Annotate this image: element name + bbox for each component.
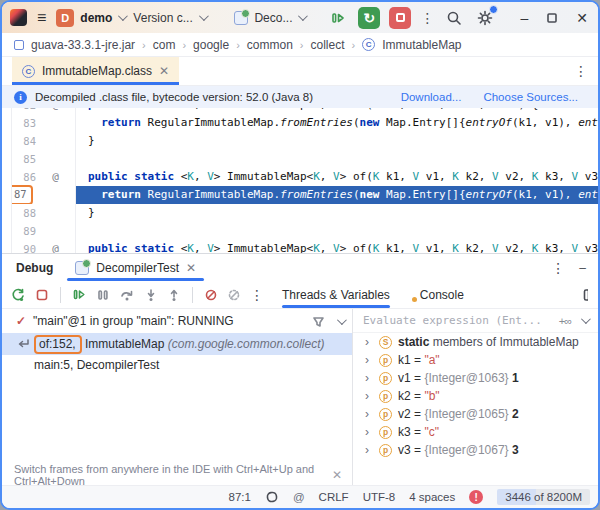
close-icon[interactable]: ✕ <box>159 64 169 78</box>
view-breakpoints-icon[interactable] <box>227 288 241 302</box>
step-into-icon[interactable] <box>144 288 158 302</box>
thread-row[interactable]: ✓ "main"@1 in group "main": RUNNING <box>2 309 352 333</box>
maximize-button[interactable] <box>546 12 558 24</box>
variable-kind-icon: p <box>379 426 392 439</box>
debug-session-tab[interactable]: DecompilerTest ✕ <box>67 254 204 281</box>
chevron-right-icon[interactable]: › <box>365 407 373 421</box>
close-icon[interactable]: ✕ <box>186 261 196 275</box>
line-number: 85 <box>12 150 36 168</box>
hide-tool-window-icon[interactable]: – <box>579 261 586 275</box>
variable-row[interactable]: ›pv2 = {Integer@1065} 2 <box>353 405 598 423</box>
editor-gutter: 90@ <box>12 240 76 253</box>
editor-line: 85 <box>12 150 598 168</box>
project-widget[interactable]: D demo <box>56 9 125 27</box>
chevron-right-icon[interactable]: › <box>365 443 373 457</box>
breadcrumb-item[interactable]: common <box>247 38 293 52</box>
stack-frame[interactable]: main:5, DecompilerTest <box>2 355 352 375</box>
settings-button[interactable] <box>474 7 496 29</box>
variable-kind-icon: p <box>379 372 392 385</box>
indent-setting[interactable]: 4 spaces <box>409 491 455 503</box>
breadcrumb-item[interactable]: collect <box>310 38 344 52</box>
editor-gutter: 89 <box>12 222 76 240</box>
resume-icon[interactable] <box>72 287 87 302</box>
variable-row[interactable]: ›pk1 = "a" <box>353 351 598 369</box>
close-icon[interactable]: ✕ <box>332 468 342 482</box>
stop-icon[interactable] <box>35 288 49 302</box>
add-watch-icon[interactable]: +∞ <box>559 315 571 327</box>
variables-pane: Evaluate expression (Ent... +∞ ›Sstatic … <box>353 309 598 485</box>
more-icon[interactable]: ⋮ <box>250 287 264 303</box>
resume-program-button[interactable] <box>327 7 349 29</box>
mute-breakpoints-icon[interactable] <box>204 288 218 302</box>
chevron-right-icon[interactable]: › <box>365 353 373 367</box>
editor-gutter: 87 <box>12 186 76 204</box>
minimize-button[interactable]: – <box>520 11 528 25</box>
tab-threads-variables[interactable]: Threads & Variables <box>282 281 390 308</box>
chevron-down-icon[interactable] <box>581 314 591 324</box>
tab-console[interactable]: Console <box>412 281 464 308</box>
breadcrumb-item[interactable]: google <box>193 38 229 52</box>
variable-row[interactable]: ›pv3 = {Integer@1067} 3 <box>353 441 598 459</box>
chevron-right-icon[interactable]: › <box>365 425 373 439</box>
chevron-down-icon[interactable] <box>337 315 347 325</box>
download-link[interactable]: Download... <box>401 91 462 103</box>
annotation-box: of:152, <box>34 335 82 354</box>
pause-icon[interactable] <box>96 288 110 302</box>
breadcrumb-item[interactable]: ImmutableMap <box>382 38 461 52</box>
filter-icon[interactable] <box>312 315 325 328</box>
rerun-icon[interactable] <box>10 287 26 303</box>
stack-frame[interactable]: of:152, ImmutableMap (com.google.common.… <box>2 333 352 355</box>
error-notification-icon[interactable]: ! <box>469 490 483 504</box>
evaluate-expression-field[interactable]: Evaluate expression (Ent... +∞ <box>353 309 598 333</box>
rerun-debug-button[interactable]: ↻ <box>358 7 380 29</box>
annotation-gutter-icon: @ <box>36 168 75 186</box>
lock-icon[interactable] <box>265 490 279 504</box>
search-everywhere-button[interactable] <box>443 7 465 29</box>
close-button[interactable]: ✕ <box>576 11 588 25</box>
caret-position[interactable]: 87:1 <box>229 491 251 503</box>
tab-options-icon[interactable]: ⋮ <box>574 63 598 79</box>
code-text: } <box>76 132 598 150</box>
more-actions-icon[interactable]: ⋮ <box>420 10 434 26</box>
variable-kind-icon: p <box>379 444 392 457</box>
run-configuration-widget[interactable]: Deco... <box>234 11 305 25</box>
step-out-icon[interactable] <box>167 288 181 302</box>
breadcrumb-separator: › <box>182 39 186 51</box>
chevron-right-icon[interactable]: › <box>365 335 373 349</box>
file-encoding[interactable]: UTF-8 <box>363 491 396 503</box>
line-number: 83 <box>12 114 36 132</box>
variable-kind-icon: S <box>379 336 392 349</box>
variable-row[interactable]: ›pk2 = "b" <box>353 387 598 405</box>
memory-indicator[interactable]: 3446 of 8200M <box>497 489 590 505</box>
choose-sources-link[interactable]: Choose Sources... <box>483 91 578 103</box>
layout-settings-icon[interactable] <box>582 287 598 303</box>
variable-row[interactable]: ›pv1 = {Integer@1063} 1 <box>353 369 598 387</box>
code-text: return RegularImmutableMap.fromEntries(n… <box>76 186 598 204</box>
threads-tab-label: Threads & Variables <box>282 288 390 302</box>
line-number: 90 <box>12 240 36 253</box>
code-text: return RegularImmutableMap.fromEntries(n… <box>76 114 598 132</box>
annotation-box: 87 <box>12 185 33 205</box>
variable-kind-icon: p <box>379 354 392 367</box>
step-over-icon[interactable] <box>119 288 135 302</box>
breadcrumb-item[interactable]: guava-33.3.1-jre.jar <box>31 38 135 52</box>
at-icon[interactable]: @ <box>293 491 305 503</box>
breadcrumb-separator: › <box>236 39 240 51</box>
frame-label: of:152, ImmutableMap (com.google.common.… <box>34 335 324 354</box>
project-avatar: D <box>56 9 74 27</box>
chevron-right-icon[interactable]: › <box>365 389 373 403</box>
line-separator[interactable]: CRLF <box>319 491 349 503</box>
tab-immutablemap-class[interactable]: C ImmutableMap.class ✕ <box>12 57 179 85</box>
stop-button[interactable] <box>389 7 411 29</box>
code-text: public static <K, V> ImmutableMap<K, V> … <box>76 168 598 186</box>
breadcrumb-item[interactable]: com <box>153 38 176 52</box>
debug-options-icon[interactable]: ⋮ <box>551 260 565 276</box>
code-editor[interactable]: 82@public static <K, V> ImmutableMap<K, … <box>2 108 598 253</box>
chevron-right-icon[interactable]: › <box>365 371 373 385</box>
gear-icon <box>477 10 493 26</box>
variable-row[interactable]: ›Sstatic members of ImmutableMap <box>353 333 598 351</box>
main-menu-icon[interactable]: ≡ <box>35 10 48 26</box>
variable-row[interactable]: ›pk3 = "c" <box>353 423 598 441</box>
window-controls: – ✕ <box>520 11 588 25</box>
vcs-widget[interactable]: Version c... <box>133 11 205 25</box>
